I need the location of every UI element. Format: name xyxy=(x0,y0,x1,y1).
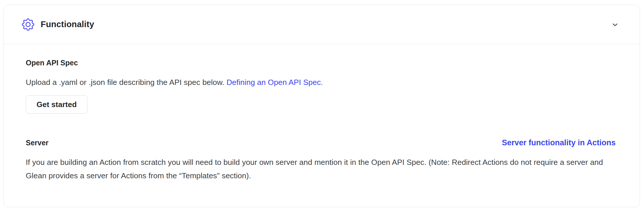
server-heading: Server xyxy=(26,138,49,147)
server-heading-row: Server Server functionality in Actions xyxy=(26,138,616,147)
open-api-spec-description-text: Upload a .yaml or .json file describing … xyxy=(26,78,226,87)
open-api-spec-heading: Open API Spec xyxy=(26,58,616,67)
open-api-spec-description: Upload a .yaml or .json file describing … xyxy=(26,76,616,89)
panel-title: Functionality xyxy=(41,20,94,29)
gear-icon xyxy=(22,18,34,31)
server-functionality-link[interactable]: Server functionality in Actions xyxy=(502,138,616,147)
open-api-spec-section: Open API Spec Upload a .yaml or .json fi… xyxy=(26,58,616,114)
chevron-down-icon[interactable] xyxy=(610,20,620,29)
functionality-panel-header[interactable]: Functionality xyxy=(4,5,640,44)
server-description: If you are building an Action from scrat… xyxy=(26,156,616,182)
functionality-panel: Functionality Open API Spec Upload a .ya… xyxy=(4,5,640,207)
panel-body: Open API Spec Upload a .yaml or .json fi… xyxy=(4,44,640,182)
defining-open-api-spec-link[interactable]: Defining an Open API Spec. xyxy=(226,78,323,87)
get-started-button[interactable]: Get started xyxy=(26,95,87,114)
server-section: Server Server functionality in Actions I… xyxy=(26,138,616,182)
